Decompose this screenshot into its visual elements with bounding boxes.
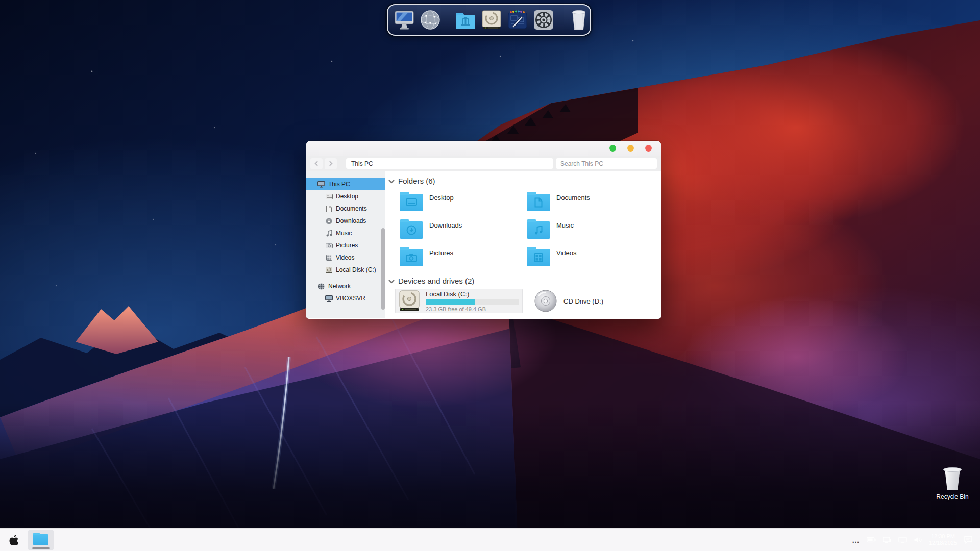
sidebar-item-videos[interactable]: Videos xyxy=(306,252,385,264)
network-icon[interactable] xyxy=(883,537,892,543)
minimize-traffic-light[interactable] xyxy=(627,145,634,152)
dock-settings-gear-icon[interactable] xyxy=(532,8,555,32)
taskbar-clock[interactable]: 12:30 PM 12/18/2025 xyxy=(929,533,957,546)
network-icon xyxy=(317,283,325,290)
dock-library-folder-icon[interactable] xyxy=(454,8,477,32)
chevron-right-icon xyxy=(328,161,333,166)
folder-item-music[interactable]: Music xyxy=(527,219,654,247)
folder-icon xyxy=(400,194,423,211)
sidebar-item-music[interactable]: Music xyxy=(306,227,385,239)
folder-icon xyxy=(400,249,423,266)
desktop-icon xyxy=(325,193,333,200)
folders-group-header[interactable]: Folders (6) xyxy=(389,177,435,185)
taskbar-explorer-button[interactable] xyxy=(28,530,54,550)
apple-menu-button[interactable] xyxy=(7,532,20,547)
computer-icon xyxy=(325,295,333,302)
drive-item-cd-d[interactable]: CD Drive (D:) xyxy=(534,289,646,313)
computer-icon xyxy=(317,181,325,188)
dock-utilities-icon[interactable] xyxy=(506,8,529,32)
address-bar[interactable] xyxy=(346,158,553,169)
running-app-indicator xyxy=(32,547,50,549)
sidebar-item-downloads[interactable]: Downloads xyxy=(306,215,385,227)
folder-item-pictures[interactable]: Pictures xyxy=(400,247,527,274)
folders-grid: Desktop Documents Downloads xyxy=(400,192,654,274)
pictures-icon xyxy=(325,242,333,249)
dock-hard-drive-icon[interactable] xyxy=(480,8,503,32)
download-icon xyxy=(325,217,333,224)
folder-icon xyxy=(33,534,48,545)
dock-computer-icon[interactable] xyxy=(393,8,415,32)
folder-item-documents[interactable]: Documents xyxy=(527,192,654,219)
recycle-bin-label: Recycle Bin xyxy=(931,493,974,500)
battery-icon[interactable] xyxy=(867,537,876,543)
dock-network-globe-icon[interactable] xyxy=(419,8,442,32)
trash-icon xyxy=(942,467,963,491)
sidebar-item-network[interactable]: Network xyxy=(306,280,385,292)
folder-icon xyxy=(527,194,550,211)
drive-item-local-disk-c[interactable]: Local Disk (C:) 23.3 GB free of 49.4 GB xyxy=(395,289,523,313)
folder-item-videos[interactable]: Videos xyxy=(527,247,654,274)
disk-usage-fill xyxy=(426,299,475,305)
window-titlebar[interactable] xyxy=(306,141,661,156)
dock xyxy=(387,4,591,36)
taskbar: … 12:30 PM 12/18/2025 xyxy=(0,528,980,551)
chevron-left-icon xyxy=(315,161,320,166)
sidebar-item-desktop[interactable]: Desktop xyxy=(306,190,385,203)
sidebar-item-documents[interactable]: Documents xyxy=(306,203,385,215)
tray-overflow-button[interactable]: … xyxy=(852,536,860,544)
folder-item-desktop[interactable]: Desktop xyxy=(400,192,527,219)
volume-icon[interactable] xyxy=(914,536,922,543)
sidebar-scrollbar[interactable] xyxy=(381,228,385,310)
apple-icon xyxy=(9,535,18,545)
folder-icon xyxy=(527,249,550,266)
hard-drive-icon xyxy=(398,290,421,312)
collapse-chevron-icon xyxy=(388,277,394,283)
dock-trash-icon[interactable] xyxy=(568,8,590,32)
folder-item-downloads[interactable]: Downloads xyxy=(400,219,527,247)
collapse-chevron-icon xyxy=(388,177,394,183)
clock-time: 12:30 PM xyxy=(929,533,957,540)
disk-usage-bar xyxy=(426,299,519,305)
search-input[interactable] xyxy=(556,158,657,169)
devices-row: Local Disk (C:) 23.3 GB free of 49.4 GB xyxy=(395,289,646,313)
folder-icon xyxy=(527,221,550,239)
dock-separator xyxy=(448,8,448,32)
folder-icon xyxy=(400,221,423,239)
cd-icon xyxy=(534,289,557,313)
sidebar-item-pictures[interactable]: Pictures xyxy=(306,239,385,252)
navigation-bar xyxy=(306,156,661,171)
sidebar-item-this-pc[interactable]: This PC xyxy=(306,178,385,190)
recycle-bin[interactable]: Recycle Bin xyxy=(931,467,974,500)
devices-group-header[interactable]: Devices and drives (2) xyxy=(389,277,474,285)
forward-button[interactable] xyxy=(325,158,337,169)
content-pane: Folders (6) Desktop Documents xyxy=(385,171,661,318)
display-icon[interactable] xyxy=(898,537,907,543)
clock-date: 12/18/2025 xyxy=(929,540,957,546)
file-explorer-window: This PC Desktop Documents Downloads xyxy=(306,141,661,319)
music-icon xyxy=(325,230,333,237)
sidebar-item-vboxsvr[interactable]: VBOXSVR xyxy=(306,292,385,305)
videos-icon xyxy=(325,254,333,261)
close-traffic-light[interactable] xyxy=(645,145,652,152)
back-button[interactable] xyxy=(310,158,323,169)
sidebar: This PC Desktop Documents Downloads xyxy=(306,171,385,318)
maximize-traffic-light[interactable] xyxy=(609,145,616,152)
hard-drive-icon xyxy=(325,266,333,273)
action-center-icon[interactable] xyxy=(964,536,973,544)
document-icon xyxy=(325,205,333,212)
dock-separator xyxy=(561,8,561,32)
sidebar-item-local-disk-c[interactable]: Local Disk (C:) xyxy=(306,264,385,276)
